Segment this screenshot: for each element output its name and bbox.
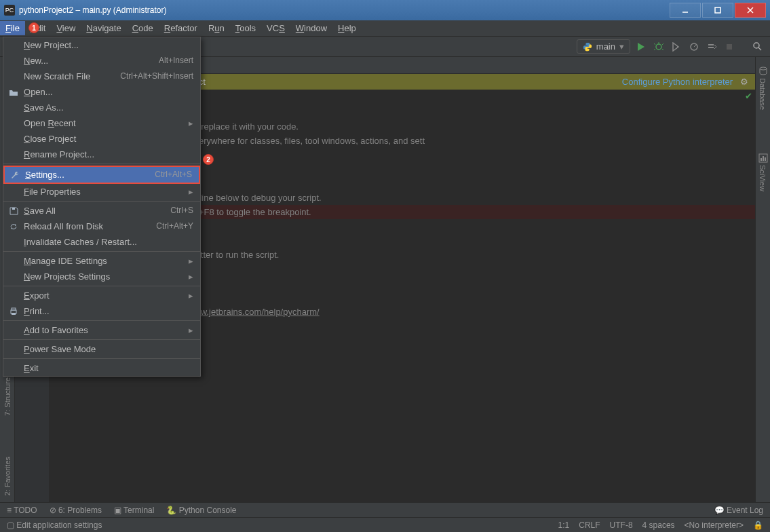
menu-item-settings-[interactable]: Settings...Ctrl+Alt+S bbox=[3, 166, 200, 184]
svg-line-9 bbox=[662, 49, 663, 50]
menu-item-save-all[interactable]: Save AllCtrl+S bbox=[3, 203, 200, 218]
status-message: Edit application settings bbox=[16, 520, 102, 530]
indent[interactable]: 4 spaces bbox=[642, 520, 675, 530]
status-bar: ▢ Edit application settings 1:1 CRLF UTF… bbox=[0, 517, 770, 532]
menu-item-new-projects-settings[interactable]: New Projects Settings▸ bbox=[3, 269, 200, 284]
titlebar: PC pythonProject2 – main.py (Administrat… bbox=[0, 0, 770, 20]
cursor-position[interactable]: 1:1 bbox=[558, 520, 570, 530]
menu-item-open-recent[interactable]: Open Recent▸ bbox=[3, 115, 200, 131]
svg-point-21 bbox=[760, 67, 767, 70]
menu-item-power-save-mode[interactable]: Power Save Mode bbox=[3, 341, 200, 357]
interpreter[interactable]: <No interpreter> bbox=[685, 520, 744, 530]
tool-structure[interactable]: 7: Structure bbox=[3, 377, 12, 416]
bottom-toolbar: ≡ TODO ⊘ 6: Problems ▣ Terminal 🐍 Python… bbox=[0, 502, 770, 517]
minimize-button[interactable] bbox=[670, 3, 701, 18]
print-icon bbox=[9, 307, 18, 316]
annotation-badge-1: 1 bbox=[28, 22, 39, 33]
svg-rect-1 bbox=[715, 7, 720, 13]
menu-file[interactable]: File bbox=[0, 21, 25, 35]
svg-rect-24 bbox=[763, 156, 764, 161]
svg-line-7 bbox=[662, 43, 663, 45]
tool-sciview[interactable]: SciView bbox=[758, 165, 767, 191]
menu-run[interactable]: Run bbox=[203, 21, 230, 35]
menu-item-exit[interactable]: Exit bbox=[3, 360, 200, 376]
menu-item-save-as-[interactable]: Save As... bbox=[3, 100, 200, 115]
menu-window[interactable]: Window bbox=[290, 21, 332, 35]
menu-item-export[interactable]: Export▸ bbox=[3, 288, 200, 303]
menu-vcs[interactable]: VCS bbox=[261, 21, 290, 35]
menu-item-new-project-[interactable]: New Project... bbox=[3, 37, 200, 53]
stop-button[interactable] bbox=[723, 40, 736, 54]
svg-rect-19 bbox=[12, 308, 16, 310]
svg-rect-12 bbox=[708, 44, 714, 45]
svg-point-4 bbox=[656, 44, 661, 50]
svg-line-11 bbox=[694, 45, 696, 47]
status-icon[interactable]: ▢ bbox=[7, 520, 14, 530]
maximize-button[interactable] bbox=[702, 3, 733, 18]
sciview-icon bbox=[758, 153, 768, 163]
inspection-ok-icon[interactable]: ✔ bbox=[745, 91, 752, 101]
menu-item-new-[interactable]: New...Alt+Insert bbox=[3, 53, 200, 69]
menu-item-manage-ide-settings[interactable]: Manage IDE Settings▸ bbox=[3, 253, 200, 269]
menu-item-open-[interactable]: Open... bbox=[3, 84, 200, 100]
menu-help[interactable]: Help bbox=[332, 21, 362, 35]
window-title: pythonProject2 – main.py (Administrator) bbox=[19, 5, 668, 15]
open-icon bbox=[9, 88, 18, 97]
menu-item-invalidate-caches-restart-[interactable]: Invalidate Caches / Restart... bbox=[3, 234, 200, 250]
svg-line-16 bbox=[758, 48, 761, 50]
menu-tools[interactable]: Tools bbox=[230, 21, 261, 35]
menu-code[interactable]: Code bbox=[127, 21, 159, 35]
run-config-selector[interactable]: main ▾ bbox=[577, 39, 630, 54]
gear-icon[interactable]: ⚙ bbox=[740, 77, 748, 87]
annotation-badge-2: 2 bbox=[203, 154, 214, 165]
app-icon: PC bbox=[4, 5, 15, 16]
coverage-button[interactable] bbox=[670, 40, 683, 54]
tool-database[interactable]: Database bbox=[758, 78, 767, 110]
wrench-icon bbox=[10, 170, 20, 180]
svg-rect-25 bbox=[765, 157, 766, 161]
tool-python-console[interactable]: 🐍 Python Console bbox=[166, 506, 236, 515]
menu-item-add-to-favorites[interactable]: Add to Favorites▸ bbox=[3, 322, 200, 338]
menu-refactor[interactable]: Refactor bbox=[159, 21, 203, 35]
menu-navigate[interactable]: Navigate bbox=[81, 21, 126, 35]
menubar: File Edit View Navigate Code Refactor Ru… bbox=[0, 20, 770, 37]
svg-rect-20 bbox=[12, 313, 16, 315]
attach-button[interactable] bbox=[705, 40, 718, 54]
svg-rect-13 bbox=[708, 47, 714, 48]
svg-line-8 bbox=[654, 49, 655, 50]
profile-button[interactable] bbox=[687, 40, 701, 54]
search-everywhere-button[interactable] bbox=[751, 40, 765, 54]
database-icon bbox=[758, 66, 768, 76]
tool-terminal[interactable]: ▣ Terminal bbox=[114, 506, 154, 515]
menu-item-print-[interactable]: Print... bbox=[3, 303, 200, 319]
chevron-down-icon: ▾ bbox=[619, 41, 624, 52]
svg-point-15 bbox=[754, 43, 759, 48]
debug-button[interactable] bbox=[652, 40, 666, 54]
menu-view[interactable]: View bbox=[51, 21, 81, 35]
run-button[interactable] bbox=[634, 40, 648, 54]
python-icon bbox=[583, 42, 592, 52]
svg-line-6 bbox=[654, 43, 655, 45]
file-menu-dropdown: New Project...New...Alt+InsertNew Scratc… bbox=[3, 37, 201, 377]
svg-rect-17 bbox=[12, 208, 15, 210]
menu-item-new-scratch-file[interactable]: New Scratch FileCtrl+Alt+Shift+Insert bbox=[3, 69, 200, 84]
right-tool-strip: Database SciView bbox=[755, 57, 770, 502]
tool-favorites[interactable]: 2: Favorites bbox=[3, 457, 12, 495]
banner-action[interactable]: Configure Python interpreter bbox=[622, 77, 733, 87]
close-button[interactable] bbox=[735, 3, 766, 18]
menu-item-rename-project-[interactable]: Rename Project... bbox=[3, 147, 200, 162]
svg-rect-14 bbox=[727, 44, 732, 50]
menu-item-reload-all-from-disk[interactable]: Reload All from DiskCtrl+Alt+Y bbox=[3, 218, 200, 234]
reload-icon bbox=[9, 222, 18, 231]
event-log[interactable]: 💬 Event Log bbox=[714, 506, 763, 515]
run-config-label: main bbox=[596, 41, 615, 52]
encoding[interactable]: UTF-8 bbox=[610, 520, 633, 530]
tool-todo[interactable]: ≡ TODO bbox=[7, 506, 37, 515]
tool-problems[interactable]: ⊘ 6: Problems bbox=[50, 506, 102, 515]
menu-item-close-project[interactable]: Close Project bbox=[3, 131, 200, 147]
save-icon bbox=[9, 206, 18, 216]
svg-rect-23 bbox=[761, 158, 762, 161]
lock-icon[interactable]: 🔒 bbox=[753, 520, 763, 530]
menu-item-file-properties[interactable]: File Properties▸ bbox=[3, 184, 200, 200]
line-ending[interactable]: CRLF bbox=[579, 520, 600, 530]
